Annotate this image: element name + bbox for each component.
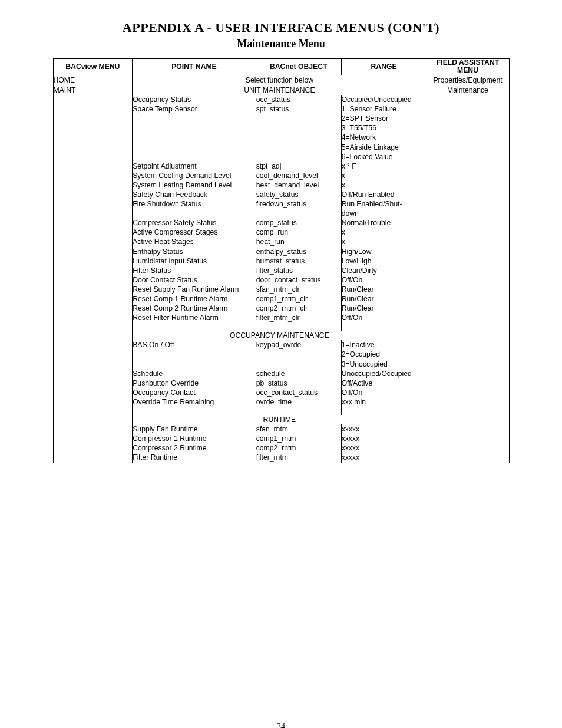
bacnet-cell: door_contact_status [256,275,341,285]
range-cell: Low/High [341,256,427,266]
bacnet-cell: heat_run [256,237,341,246]
point-name-cell: Reset Filter Runtime Alarm [133,313,256,331]
bacnet-cell: filter_rntm [256,453,341,463]
bacnet-cell: filter_rntm_clr [256,313,341,331]
maint-fa: Maintenance [427,85,509,463]
home-bacview: HOME [53,75,133,85]
point-name-cell: Occupancy Contact [133,388,256,397]
point-name-cell: Fire Shutdown Status [133,199,256,218]
hdr-bacnet-object: BACnet OBJECT [256,59,341,75]
range-cell: xxxxx [341,453,427,463]
point-name-cell: Compressor 2 Runtime [133,443,256,453]
home-fa: Properties/Equipment [427,75,509,85]
range-cell: Off/On [341,275,427,285]
unit-maintenance-heading: UNIT MAINTENANCE [133,85,427,95]
range-cell: x [341,237,427,246]
bacnet-cell: firedown_status [256,199,341,218]
bacnet-cell: stpt_adj [256,162,341,171]
point-name-cell: Reset Comp 2 Runtime Alarm [133,304,256,313]
point-name-cell: Supply Fan Runtime [133,424,256,434]
range-cell: x [341,171,427,180]
point-name-cell: Enthalpy Status [133,247,256,256]
range-cell: Run/Clear [341,285,427,294]
bacnet-cell: heat_demand_level [256,180,341,190]
bacnet-cell: comp1_rntm_clr [256,294,341,304]
bacnet-cell: comp1_rntm [256,434,341,443]
hdr-fa-line1: FIELD ASSISTANT [437,58,499,67]
range-cell: 1=Sensor Failure 2=SPT Sensor 3=T55/T56 … [341,104,427,162]
range-cell: Off/On [341,388,427,397]
range-cell: xxxxx [341,443,427,453]
point-name-cell: Space Temp Sensor [133,104,256,162]
point-name-cell: BAS On / Off [133,340,256,368]
bacnet-cell: occ_contact_status [256,388,341,397]
range-cell: Normal/Trouble [341,218,427,228]
bacnet-cell: comp2_rntm_clr [256,304,341,313]
bacnet-cell: enthalpy_status [256,247,341,256]
point-name-cell: Schedule [133,369,256,378]
range-cell: High/Low [341,247,427,256]
point-name-cell: Compressor Safety Status [133,218,256,228]
range-cell: Run/Clear [341,304,427,313]
bacnet-cell: schedule [256,369,341,378]
maint-section-row: MAINT UNIT MAINTENANCE Maintenance [53,85,509,95]
hdr-field-assistant-menu: FIELD ASSISTANT MENU [427,59,509,75]
bacnet-cell: ovrde_time [256,397,341,415]
page-title: APPENDIX A - USER INTERFACE MENUS (CON'T… [0,20,562,35]
point-name-cell: Compressor 1 Runtime [133,434,256,443]
range-cell: Run/Clear [341,294,427,304]
range-cell: Occupied/Unoccupied [341,95,427,104]
point-name-cell: System Heating Demand Level [133,180,256,190]
bacnet-cell: cool_demand_level [256,171,341,180]
bacnet-cell: comp_status [256,218,341,228]
bacnet-cell: keypad_ovrde [256,340,341,368]
bacnet-cell: comp_run [256,228,341,237]
document-page: APPENDIX A - USER INTERFACE MENUS (CON'T… [0,20,562,728]
point-name-cell: Override Time Remaining [133,397,256,415]
bacnet-cell: sfan_rntm_clr [256,285,341,294]
runtime-heading: RUNTIME [133,415,427,424]
bacnet-cell: pb_status [256,378,341,388]
range-cell: Off/On [341,313,427,331]
point-name-cell: Active Heat Stages [133,237,256,246]
bacnet-cell: filter_status [256,266,341,275]
bacnet-cell: sfan_rntm [256,424,341,434]
point-name-cell: Occupancy Status [133,95,256,104]
page-subtitle: Maintenance Menu [0,38,562,50]
range-cell: Run Enabled/Shut- down [341,199,427,218]
bacnet-cell: spt_status [256,104,341,162]
range-cell: xxxxx [341,424,427,434]
point-name-cell: System Cooling Demand Level [133,171,256,180]
hdr-range: RANGE [341,59,427,75]
bacnet-cell: comp2_rntm [256,443,341,453]
point-name-cell: Reset Comp 1 Runtime Alarm [133,294,256,304]
point-name-cell: Door Contact Status [133,275,256,285]
point-name-cell: Filter Status [133,266,256,275]
range-cell: x [341,180,427,190]
menu-table: BACview MENU POINT NAME BACnet OBJECT RA… [53,58,510,463]
range-cell: Off/Run Enabled [341,190,427,199]
range-cell: Off/Active [341,378,427,388]
point-name-cell: Safety Chain Feedback [133,190,256,199]
home-center-text: Select function below [133,75,427,85]
range-cell: Unoccupied/Occupied [341,369,427,378]
range-cell: 1=Inactive 2=Occupied 3=Unoccupied [341,340,427,368]
point-name-cell: Filter Runtime [133,453,256,463]
point-name-cell: Setpoint Adjustment [133,162,256,171]
point-name-cell: Pushbutton Override [133,378,256,388]
point-name-cell: Reset Supply Fan Runtime Alarm [133,285,256,294]
home-row: HOME Select function below Properties/Eq… [53,75,509,85]
bacnet-cell: safety_status [256,190,341,199]
table-header-row: BACview MENU POINT NAME BACnet OBJECT RA… [53,59,509,75]
range-cell: xxxxx [341,434,427,443]
range-cell: x ° F [341,162,427,171]
hdr-fa-line2: MENU [457,66,478,74]
point-name-cell: Active Compressor Stages [133,228,256,237]
range-cell: Clean/Dirty [341,266,427,275]
range-cell: xxx min [341,397,427,415]
bacnet-cell: occ_status [256,95,341,104]
occupancy-maintenance-heading: OCCUPANCY MAINTENANCE [133,331,427,340]
hdr-point-name: POINT NAME [133,59,256,75]
range-cell: x [341,228,427,237]
bacnet-cell: humstat_status [256,256,341,266]
